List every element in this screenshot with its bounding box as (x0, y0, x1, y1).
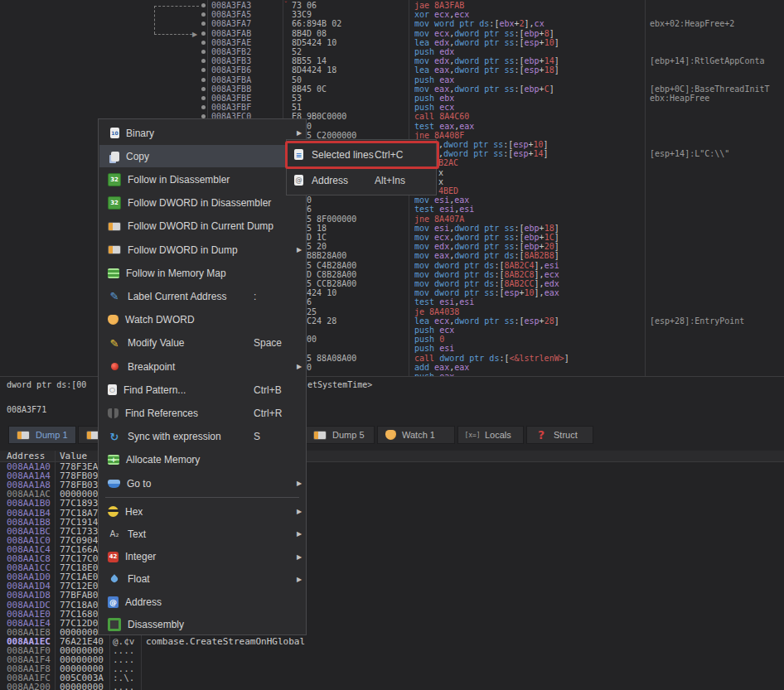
disasm-instruction: add eax,eax (414, 363, 469, 372)
disasm-row[interactable]: ˇ008A3FA373 06jae 8A3FAB (0, 1, 784, 10)
fox-icon (108, 315, 119, 325)
text-icon: A₂ (108, 528, 121, 541)
menu-item-sync-with-expression[interactable]: ↻Sync with expressionS (99, 426, 313, 448)
menu-item-hex[interactable]: Hex▶ (99, 500, 313, 523)
disasm-bytes: 66:894B 02 (292, 19, 341, 28)
breakpoint-dot[interactable] (201, 12, 206, 17)
menu-item-label-current-address[interactable]: ✎Label Current Address: (99, 285, 313, 307)
disasm-instruction: mov dword ptr ss:[esp+10],eax (414, 288, 559, 297)
disasm-row[interactable]: 008A3FBE53push ebxebx:HeapFree (0, 94, 784, 103)
disasm-row[interactable]: 008A3FB38B55 14mov edx,dword ptr ss:[ebp… (0, 56, 784, 65)
disasm-row[interactable]: 008A3FAE8D5424 10lea edx,dword ptr ss:[e… (0, 38, 784, 47)
disasm-instruction: jae 8A3FAB (414, 1, 464, 10)
disasm-instruction: push eax (414, 75, 454, 84)
disasm-instruction: push esi (414, 344, 454, 353)
disasm-row[interactable]: 008A3FB252push edx (0, 47, 784, 56)
disasm-bytes: 8D4424 18 (292, 65, 336, 75)
disasm-instruction: mov ecx,dword ptr ss:[ebp+8] (414, 29, 554, 38)
disasm-address: 008A3FBE (211, 94, 251, 103)
breakpoint-dot[interactable] (201, 31, 206, 36)
menu-item-label: Find References (125, 408, 198, 419)
disasm-row[interactable]: 008A3FBB8B45 0Cmov eax,dword ptr ss:[ebp… (0, 84, 784, 94)
bino-icon (108, 408, 119, 418)
struct-icon: ? (535, 428, 548, 442)
breakpoint-dot[interactable] (201, 50, 206, 54)
menu-item-text[interactable]: A₂Text▶ (99, 523, 313, 545)
menu-item-watch-dword[interactable]: Watch DWORD (99, 309, 313, 331)
tab-label: Watch 1 (402, 430, 435, 440)
tab-watch-1[interactable]: Watch 1 (377, 426, 455, 444)
dump-header-value: Value (60, 451, 87, 461)
breakpoint-dot[interactable] (201, 105, 206, 109)
disasm-instruction: mov dword ptr ds:[8AB2C8],ecx (414, 270, 559, 279)
tab-locals[interactable]: [x=]Locals (457, 426, 524, 444)
locals-icon: [x=] (466, 428, 479, 442)
menu-item-label: Text (128, 528, 146, 540)
disasm-row[interactable]: 008A3FA533C9xor ecx,ecx (0, 10, 784, 19)
menu-item-label: Binary (126, 128, 154, 139)
submenu-arrow-icon: ▶ (297, 576, 302, 583)
dump-address: 008AA1D8 (7, 591, 51, 600)
menu-separator (105, 497, 299, 498)
dump-address: 008AA1B0 (7, 499, 51, 508)
menu-item-follow-dword-in-disassembler[interactable]: 32Follow DWORD in Disassembler (99, 192, 313, 215)
disasm-bytes: 33C9 (292, 10, 312, 19)
tab-label: Struct (554, 430, 578, 440)
menu-item-label: Hex (125, 506, 143, 518)
breakpoint-dot[interactable] (201, 22, 206, 26)
breakpoint-dot[interactable] (201, 41, 206, 45)
menu-item-go-to[interactable]: Go to▶ (99, 472, 313, 495)
debugger-window: ▶ ˇ008A3FA373 06jae 8A3FAB008A3FA533C9xo… (0, 0, 784, 690)
disasm-row[interactable]: 008A3FBF51push ecx (0, 103, 784, 112)
disasm-instruction: lea eax,dword ptr ss:[esp+18] (414, 65, 559, 75)
menu-item-find-pattern[interactable]: ○Find Pattern...Ctrl+B (99, 379, 313, 401)
menu-item-label: Follow in Memory Map (126, 268, 226, 279)
menu-item-follow-in-memory-map[interactable]: Follow in Memory Map (99, 262, 313, 284)
disasm-instruction: mov edx,dword ptr ss:[ebp+20] (414, 242, 559, 251)
disasm-row[interactable]: 008A3FA766:894B 02mov word ptr ds:[ebx+2… (0, 19, 784, 28)
menu-item-copy[interactable]: Copy (99, 145, 313, 167)
disasm-instruction: lea edx,dword ptr ss:[esp+10] (414, 38, 559, 47)
breakpoint-dot[interactable] (201, 87, 206, 91)
breakpoint-dot[interactable] (201, 96, 206, 100)
truck-icon (17, 431, 30, 440)
bp-icon (108, 360, 121, 374)
disasm-row[interactable]: 008A3FB68D4424 18lea eax,dword ptr ss:[e… (0, 65, 784, 75)
menu-item-allocate-memory[interactable]: +Allocate Memory (99, 449, 313, 471)
breakpoint-dot[interactable] (201, 78, 206, 82)
disasm-instruction: push edx (414, 47, 454, 56)
find-icon: ○ (108, 384, 117, 395)
submenu-item-address[interactable]: @AddressAlt+Ins (288, 167, 442, 193)
disasm-address: 008A3FB3 (211, 56, 251, 65)
menu-item-shortcut: S (254, 431, 260, 442)
disasm-address: 008A3FBB (211, 84, 251, 94)
menu-item-follow-dword-in-current-dump[interactable]: Follow DWORD in Current Dump (99, 215, 313, 238)
menu-item-integer[interactable]: 42Integer▶ (99, 546, 313, 568)
dump-ascii: .... (113, 683, 135, 690)
menu-item-follow-in-disassembler[interactable]: 32Follow in Disassembler (99, 168, 313, 191)
tab-dump-5[interactable]: Dump 5 (305, 426, 375, 444)
dump-row[interactable]: 008AA20000000000.... (0, 683, 784, 690)
menu-item-binary[interactable]: 10Binary▶ (99, 122, 313, 144)
tab-dump-1[interactable]: Dump 1 (8, 426, 76, 444)
disasm-row[interactable]: 008A3FBA50push eax (0, 75, 784, 84)
disasm-comment: [ebp+14]:RtlGetAppConta (650, 56, 764, 65)
breakpoint-dot[interactable] (201, 68, 206, 72)
menu-item-disassembly[interactable]: Disassembly (99, 613, 313, 635)
menu-item-address[interactable]: @Address (99, 591, 313, 613)
tab-label: Dump 1 (36, 430, 68, 440)
menu-item-float[interactable]: Float▶ (99, 568, 313, 591)
disasm-instruction: jne 8A407A (414, 215, 464, 224)
disasm-instruction: ,dword ptr ss:[esp+14] (438, 149, 549, 158)
disasm-row[interactable]: 008A3FAB8B4D 08mov ecx,dword ptr ss:[ebp… (0, 29, 784, 38)
menu-item-modify-value[interactable]: ✎Modify ValueSpace (99, 332, 313, 355)
disasm-instruction: test eax,eax (414, 122, 474, 131)
tab-struct[interactable]: ?Struct (526, 426, 593, 444)
breakpoint-dot[interactable] (201, 3, 206, 7)
menu-item-breakpoint[interactable]: Breakpoint▶ (99, 355, 313, 378)
menu-item-follow-dword-in-dump[interactable]: Follow DWORD in Dump▶ (99, 239, 313, 261)
breakpoint-dot[interactable] (201, 59, 206, 63)
chip32-icon: 32 (108, 173, 121, 186)
disasm-bytes: 50 (292, 75, 302, 84)
menu-item-find-references[interactable]: Find ReferencesCtrl+R (99, 402, 313, 424)
